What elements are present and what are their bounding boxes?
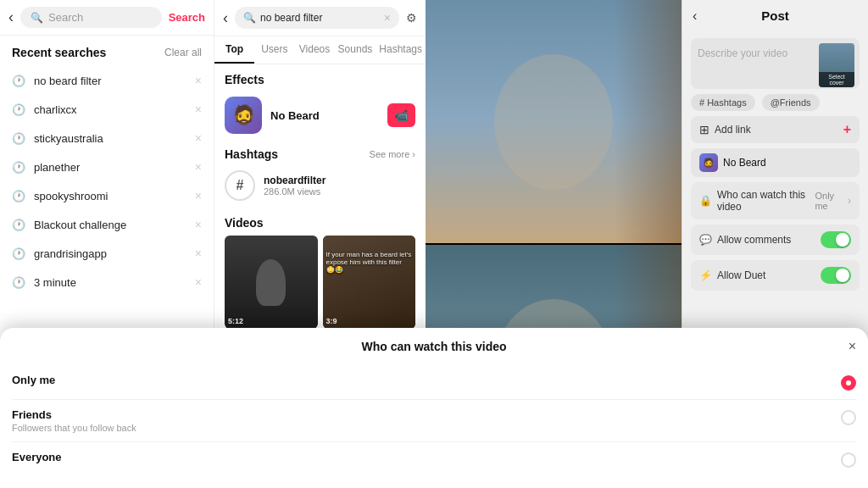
radio-friends[interactable]: [841, 410, 856, 425]
see-more-button[interactable]: See more ›: [370, 149, 415, 159]
modal-close-button[interactable]: ×: [849, 339, 856, 354]
clock-icon: 🕐: [12, 132, 25, 145]
clear-search-icon[interactable]: ×: [384, 11, 391, 25]
hashtag-symbol: #: [225, 170, 255, 201]
remove-search-icon[interactable]: ×: [195, 74, 202, 87]
allow-comments-label: Allow comments: [717, 234, 791, 246]
filter-icon[interactable]: ⚙: [406, 11, 417, 25]
modal-option-friends-info: Friends Followers that you follow back: [12, 408, 834, 433]
remove-search-icon[interactable]: ×: [195, 131, 202, 145]
hashtags-button[interactable]: # Hashtags: [691, 94, 755, 111]
radio-only-me[interactable]: [841, 375, 856, 391]
modal-title: Who can watch this video: [361, 340, 506, 353]
video-thumbnail-small[interactable]: Select cover: [819, 43, 854, 87]
no-beard-icon: 🧔: [699, 153, 718, 172]
search-input[interactable]: Search: [48, 11, 152, 24]
who-watch-row[interactable]: 🔒 Who can watch this video Only me › ◄: [691, 182, 860, 219]
search-button[interactable]: Search: [169, 11, 205, 24]
remove-search-icon[interactable]: ×: [195, 160, 202, 174]
effects-item[interactable]: 🧔 No Beard 📹: [214, 92, 426, 139]
search-item[interactable]: 🕐 charlixcx ×: [0, 95, 214, 124]
videos-grid: Top liked 5:12 Top liked If your man has…: [214, 236, 426, 329]
lock-icon: 🔒: [699, 195, 712, 207]
search-item[interactable]: 🕐 grandrisingapp ×: [0, 239, 214, 268]
search-icon: 🔍: [243, 12, 256, 24]
videos-section-title: Videos: [225, 216, 264, 230]
tags-row: # Hashtags @Friends: [691, 94, 860, 111]
search-item[interactable]: 🕐 stickyaustralia ×: [0, 124, 214, 152]
remove-search-icon[interactable]: ×: [195, 247, 202, 260]
comment-icon: 💬: [699, 234, 712, 246]
hashtag-info: nobeardfilter 286.0M views: [264, 175, 415, 197]
effect-record-button[interactable]: 📹: [387, 103, 415, 127]
add-link-left: ⊞ Add link: [699, 123, 751, 136]
search-header: ‹ 🔍 Search Search: [0, 0, 214, 36]
describe-area[interactable]: Describe your video Select cover: [691, 38, 860, 89]
video-overlay-text: If your man has a beard let's expose him…: [326, 251, 413, 274]
recent-searches-title: Recent searches: [12, 46, 106, 59]
search-items-list: 🕐 no beard filter × 🕐 charlixcx × 🕐 stic…: [0, 66, 214, 297]
allow-duet-row[interactable]: ⚡ Allow Duet: [691, 260, 860, 291]
clock-icon: 🕐: [12, 190, 25, 202]
video-top-half: [426, 0, 682, 243]
recent-searches-header: Recent searches Clear all: [0, 36, 214, 66]
post-title: Post: [761, 8, 789, 23]
search-back-button[interactable]: ‹: [8, 8, 14, 26]
modal-header: Who can watch this video ×: [12, 340, 856, 353]
post-panel: ‹ Post Describe your video Select cover …: [682, 0, 868, 488]
clock-icon: 🕐: [12, 161, 25, 174]
remove-search-icon[interactable]: ×: [195, 189, 202, 202]
allow-comments-toggle[interactable]: [821, 231, 851, 248]
hashtag-name: nobeardfilter: [264, 175, 415, 186]
allow-duet-toggle[interactable]: [821, 267, 851, 284]
video-thumb-1[interactable]: Top liked 5:12: [225, 236, 318, 329]
effect-name: No Beard: [270, 109, 379, 122]
modal-option-everyone[interactable]: Everyone: [12, 442, 856, 476]
tab-top[interactable]: Top: [214, 36, 254, 64]
allow-comments-row[interactable]: 💬 Allow comments: [691, 225, 860, 255]
results-search-bar[interactable]: 🔍 no beard filter ×: [235, 7, 399, 29]
tab-videos[interactable]: Videos: [294, 36, 334, 64]
search-bar[interactable]: 🔍 Search: [20, 7, 162, 28]
results-back-button[interactable]: ‹: [223, 9, 228, 27]
search-item[interactable]: 🕐 Blackout challenge ×: [0, 210, 214, 239]
radio-everyone[interactable]: [841, 452, 856, 468]
chevron-right-icon: ›: [848, 195, 851, 207]
clock-icon: 🕐: [12, 75, 25, 87]
post-header: ‹ Post: [682, 0, 868, 31]
post-back-button[interactable]: ‹: [693, 8, 697, 24]
hashtags-section-title: Hashtags: [225, 147, 278, 161]
remove-search-icon[interactable]: ×: [195, 275, 202, 289]
search-item-text: charlixcx: [34, 103, 186, 116]
search-item[interactable]: 🕐 no beard filter ×: [0, 66, 214, 95]
remove-search-icon[interactable]: ×: [195, 218, 202, 231]
hashtags-header: Hashtags See more ›: [214, 139, 426, 164]
who-watch-label: Who can watch this video: [717, 189, 815, 213]
search-item[interactable]: 🕐 3 minute ×: [0, 268, 214, 297]
video-thumb-2[interactable]: Top liked If your man has a beard let's …: [323, 236, 416, 329]
clock-icon: 🕐: [12, 103, 25, 116]
tab-users[interactable]: Users: [254, 36, 294, 64]
clear-all-button[interactable]: Clear all: [164, 47, 202, 58]
duet-icon: ⚡: [699, 269, 712, 281]
search-item-text: Blackout challenge: [34, 219, 186, 231]
effect-icon: 🧔: [225, 97, 262, 134]
search-item[interactable]: 🕐 spookyshroomi ×: [0, 181, 214, 210]
add-link-row[interactable]: ⊞ Add link +: [691, 116, 860, 143]
hashtag-item[interactable]: # nobeardfilter 286.0M views: [214, 164, 426, 207]
search-item-text: 3 minute: [34, 276, 186, 289]
clock-icon: 🕐: [12, 219, 25, 231]
remove-search-icon[interactable]: ×: [195, 103, 202, 116]
search-item[interactable]: 🕐 planether ×: [0, 152, 214, 181]
tab-sounds[interactable]: Sounds: [335, 36, 376, 64]
search-item-text: planether: [34, 161, 186, 174]
modal-option-only-me[interactable]: Only me: [12, 365, 856, 400]
modal-option-friends-sub: Followers that you follow back: [12, 423, 834, 433]
modal-option-friends[interactable]: Friends Followers that you follow back: [12, 400, 856, 442]
video-duration: 3:9: [326, 317, 337, 325]
friends-button[interactable]: @Friends: [762, 94, 820, 111]
effects-section-title: Effects: [214, 64, 426, 92]
bookshelf-bg: [614, 0, 682, 243]
face-top: [494, 54, 613, 190]
tab-hashtags[interactable]: Hashtags: [376, 36, 426, 64]
